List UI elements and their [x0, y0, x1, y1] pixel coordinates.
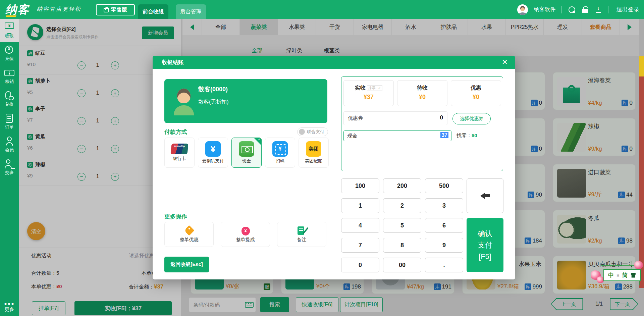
- numpad-key[interactable]: 2: [383, 198, 421, 213]
- payment-method-tile[interactable]: 扫码: [265, 138, 295, 168]
- sidebar-item-label: 收银: [0, 33, 19, 39]
- coupon-value: 0: [440, 114, 443, 121]
- sidebar-item-icon: [4, 136, 15, 146]
- confirm-pay-button[interactable]: 确认 支付 [F5]: [467, 218, 503, 272]
- numpad-key[interactable]: 1: [341, 198, 379, 213]
- numpad-key[interactable]: 3: [425, 198, 463, 213]
- user-avatar[interactable]: [517, 4, 528, 15]
- flower-decor-icon: [634, 261, 643, 269]
- sidebar-item-icon: [4, 45, 15, 55]
- combined-pay-toggle[interactable]: 联合支付: [297, 127, 328, 136]
- confirm-line: 支付: [469, 240, 501, 251]
- cash-input-row[interactable]: 现金 37: [343, 130, 451, 141]
- customer-level: 散客(无折扣): [198, 99, 229, 106]
- ime-count: 8: [616, 272, 619, 278]
- summary-box: 实收 抹零✓ ¥37: [343, 80, 394, 106]
- more-operation-label: 备注: [277, 237, 326, 243]
- rounding-checkbox[interactable]: 抹零✓: [367, 85, 382, 91]
- topbar: 纳客 纳客管店更轻松 零售版 前台收银 后台管理 纳客软件 退出登录: [0, 0, 644, 19]
- pos-screen: 纳客 纳客管店更轻松 零售版 前台收银 后台管理 纳客软件 退出登录: [0, 0, 644, 316]
- payment-method-tile[interactable]: 美团记账: [299, 138, 329, 168]
- sidebar-item[interactable]: 会员: [0, 133, 19, 156]
- confirm-line: [F5]: [469, 251, 501, 262]
- more-operations-label: 更多操作: [164, 213, 187, 220]
- ime-toolbar[interactable]: 中 8 简: [592, 261, 643, 285]
- numpad-key[interactable]: 6: [425, 218, 463, 233]
- sidebar-item-icon: [4, 91, 15, 101]
- numpad-key[interactable]: 200: [383, 178, 421, 193]
- numpad-key[interactable]: 8: [383, 238, 421, 253]
- summary-label: 实收: [355, 85, 366, 92]
- numpad: 100 200 500 1 2 3 4 5 6 7 8 9: [341, 178, 463, 272]
- backspace-icon: [480, 193, 490, 199]
- payment-method-tile[interactable]: 银行卡: [164, 138, 195, 168]
- lock-icon[interactable]: [581, 6, 589, 13]
- numpad-key[interactable]: 5: [383, 218, 421, 233]
- edition-badge: 零售版: [96, 4, 135, 15]
- brand-logo: 纳客: [5, 2, 30, 17]
- numpad-key[interactable]: 500: [425, 178, 463, 193]
- support-headset-icon[interactable]: [568, 6, 575, 13]
- grid-scrollbar[interactable]: [639, 56, 644, 288]
- topbar-tab[interactable]: 后台管理: [176, 4, 206, 19]
- coupon-label: 优惠券: [348, 115, 363, 121]
- summary-value: ¥37: [344, 94, 393, 101]
- customer-name: 散客(0000): [198, 85, 228, 93]
- payment-method-icon: [306, 141, 321, 157]
- edition-badge-label: 零售版: [111, 6, 127, 13]
- ime-lang-indicator[interactable]: 中: [608, 271, 614, 279]
- download-icon[interactable]: [595, 6, 602, 13]
- more-operation-card[interactable]: 整单提成: [221, 222, 270, 247]
- sidebar-item[interactable]: 收银: [0, 19, 19, 42]
- ime-skin-shirt-icon[interactable]: [631, 273, 636, 278]
- numpad-key[interactable]: 4: [341, 218, 379, 233]
- payment-method-label: 现金: [232, 158, 261, 164]
- payment-method-icon: [205, 141, 221, 157]
- sidebar-item-more[interactable]: ●●● 更多: [0, 301, 19, 313]
- customer-card: 散客(0000) 散客(无折扣): [164, 79, 327, 123]
- close-icon[interactable]: ×: [500, 56, 510, 68]
- more-dots-icon: ●●●: [0, 301, 19, 306]
- sidebar-item[interactable]: 交班: [0, 156, 19, 179]
- modal-title: 收银结账: [162, 56, 183, 69]
- sidebar-item[interactable]: 兑换: [0, 88, 19, 110]
- select-coupon-button[interactable]: 选择优惠券: [452, 113, 491, 124]
- coupon-row: 优惠券 0: [343, 111, 447, 125]
- more-operation-card[interactable]: 整单优惠: [164, 222, 214, 247]
- numpad-key[interactable]: 100: [341, 178, 379, 193]
- sidebar-item[interactable]: 核销: [0, 65, 19, 88]
- amount-panel: 实收 抹零✓ ¥37 待收 ✓ ¥0: [341, 76, 503, 171]
- sidebar-item-icon: [4, 159, 15, 169]
- topbar-tab[interactable]: 前台收银: [138, 4, 168, 19]
- numpad-key[interactable]: 9: [425, 238, 463, 253]
- rounding-label: 抹零: [367, 85, 377, 91]
- payment-method-label: 云喇叭支付: [198, 158, 228, 164]
- summary-box: 待收 ✓ ¥0: [397, 80, 447, 106]
- divider: [608, 6, 608, 13]
- payment-method-icon: [272, 141, 288, 157]
- backspace-key[interactable]: [467, 178, 503, 213]
- sidebar-item[interactable]: 充值: [0, 42, 19, 65]
- payment-method-tile[interactable]: 现金: [231, 138, 262, 168]
- more-operation-card[interactable]: 备注: [277, 222, 326, 247]
- customer-avatar: [172, 87, 196, 115]
- summary-value: ¥0: [397, 94, 447, 101]
- summary-label: 待收: [417, 85, 428, 92]
- numpad-key[interactable]: 0: [341, 258, 379, 272]
- numpad-key[interactable]: 7: [341, 238, 379, 253]
- more-operation-icon: [239, 225, 252, 236]
- back-to-cashier-button[interactable]: 返回收银[Esc]: [164, 257, 209, 272]
- ime-bar[interactable]: 中 8 简: [603, 269, 641, 281]
- combined-pay-label: 联合支付: [307, 129, 324, 135]
- logout-button[interactable]: 退出登录: [616, 6, 639, 13]
- more-operation-label: 整单优惠: [165, 237, 213, 243]
- payment-method-tile[interactable]: 云喇叭支付: [198, 138, 228, 168]
- ime-simplified-indicator[interactable]: 简: [622, 271, 628, 279]
- numpad-key[interactable]: 00: [383, 258, 421, 272]
- cash-amount-value[interactable]: 37: [440, 132, 448, 138]
- payment-method-label: 扫码: [265, 158, 295, 164]
- sidebar-item[interactable]: 订单: [0, 110, 19, 133]
- sidebar-item-label: 兑换: [0, 101, 19, 107]
- user-name: 纳客软件: [534, 6, 555, 13]
- numpad-key[interactable]: .: [425, 258, 463, 272]
